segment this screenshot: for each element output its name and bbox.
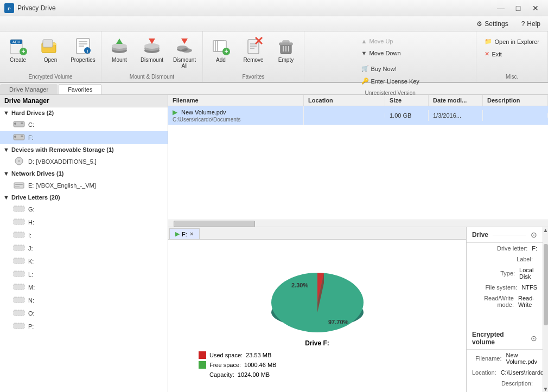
sidebar-item-e[interactable]: E: [VBOX_English_-_VM] — [0, 179, 168, 192]
sidebar-item-p[interactable]: P: — [0, 320, 168, 333]
enc-vol-section-title: Encrypted volume — [472, 331, 522, 346]
top-menu-bar: ⚙ Settings ? Help — [0, 16, 548, 31]
settings-menu-item[interactable]: ⚙ Settings — [473, 19, 511, 29]
cart-icon: 🛒 — [361, 65, 369, 72]
remove-button[interactable]: Remove — [238, 34, 269, 70]
tab-drive-manager[interactable]: Drive Manager — [0, 84, 58, 94]
properties-button[interactable]: i Properties — [67, 34, 99, 70]
removable-arrow-icon: ▼ — [3, 146, 9, 153]
move-up-icon: ▲ — [361, 38, 367, 44]
sidebar-item-h[interactable]: H: — [0, 216, 168, 229]
drive-tab-close-icon[interactable]: ✕ — [189, 231, 194, 237]
empty-button[interactable]: Empty — [270, 34, 302, 70]
table-row[interactable]: ▶ New Volume.pdv C:\Users\ricardo\Docume… — [168, 106, 548, 125]
create-button[interactable]: ADV + Create — [2, 34, 34, 70]
move-down-button[interactable]: ▼ Move Down — [358, 48, 406, 59]
svg-rect-57 — [14, 232, 24, 237]
sidebar-section-removable[interactable]: ▼ Devices with Removable Storage (1) — [0, 144, 168, 155]
sidebar-item-i[interactable]: I: — [0, 229, 168, 242]
sidebar-item-o[interactable]: O: — [0, 307, 168, 320]
create-label: Create — [10, 57, 26, 63]
drive-letters-arrow-icon: ▼ — [3, 194, 9, 201]
sidebar-item-j-label: J: — [28, 245, 33, 252]
minimize-button[interactable]: — — [493, 3, 509, 14]
enter-license-button[interactable]: 🔑 Enter License Key — [358, 75, 423, 87]
enc-collapse-icon[interactable]: ⊙ — [531, 334, 537, 343]
mount-button[interactable]: Mount — [104, 34, 135, 70]
move-down-icon: ▼ — [361, 50, 367, 56]
sidebar-section-hard-drives[interactable]: ▼ Hard Drives (2) — [0, 107, 168, 118]
ribbon-group-favorites: + Add Remove — [203, 31, 304, 82]
enc-location-value: C:\Users\ricardo\Documents — [501, 369, 543, 376]
free-color-box — [199, 361, 206, 369]
sidebar-section-drive-letters[interactable]: ▼ Drive Letters (20) — [0, 192, 168, 203]
drive-tab-f[interactable]: ▶ F: ✕ — [169, 228, 200, 239]
exit-button[interactable]: ✕ Exit — [481, 48, 543, 60]
dismount-label: Dismount — [141, 57, 163, 63]
tab-favorites[interactable]: Favorites — [59, 84, 101, 94]
horizontal-scrollbar[interactable] — [168, 220, 548, 227]
scrollbar-up-arrow[interactable]: ▲ — [543, 227, 548, 233]
drive-label-label: Label: — [472, 256, 537, 262]
removable-label: Devices with Removable Storage (1) — [11, 146, 114, 153]
enc-location-row: Location: C:\Users\ricardo\Documents — [467, 367, 543, 378]
svg-point-49 — [14, 136, 16, 138]
sidebar-item-g[interactable]: G: — [0, 203, 168, 216]
drive-letter-row: Drive letter: F: — [467, 243, 543, 254]
sidebar-section-network[interactable]: ▼ Network Drives (1) — [0, 168, 168, 179]
sidebar-item-j[interactable]: J: — [0, 242, 168, 255]
network-icon-e — [13, 181, 25, 190]
drive-rw-row: Read/Write mode: Read-Write — [467, 293, 543, 310]
right-scrollbar[interactable]: ▲ ▼ — [543, 227, 548, 392]
bottom-panel: ▶ F: ✕ — [168, 227, 548, 392]
drive-icon-o — [13, 309, 25, 318]
help-menu-item[interactable]: ? Help — [518, 19, 544, 29]
hd-icon-c — [13, 120, 25, 130]
enc-filename-label: Filename: — [472, 355, 506, 362]
sidebar-item-l[interactable]: L: — [0, 268, 168, 281]
sidebar-item-n[interactable]: N: — [0, 294, 168, 307]
drive-icon-i — [13, 230, 25, 240]
add-button[interactable]: + Add — [205, 34, 237, 70]
sidebar-item-m[interactable]: M: — [0, 281, 168, 294]
cell-filename: ▶ New Volume.pdv C:\Users\ricardo\Docume… — [168, 106, 304, 125]
scrollbar-down-arrow[interactable]: ▼ — [543, 386, 548, 392]
properties-icon: i — [73, 36, 93, 56]
drive-collapse-icon[interactable]: ⊙ — [531, 230, 537, 239]
maximize-button[interactable]: □ — [510, 3, 526, 14]
free-space-label: Free space: — [209, 362, 241, 368]
sidebar-item-k[interactable]: K: — [0, 255, 168, 268]
dismount-all-button[interactable]: Dismount All — [169, 34, 200, 72]
svg-rect-61 — [14, 284, 24, 290]
sidebar-item-d-label: D: [VBOXADDITIONS_5.] — [28, 158, 97, 165]
buy-now-button[interactable]: 🛒 Buy Now! — [358, 63, 423, 74]
dismount-button[interactable]: Dismount — [136, 34, 168, 70]
open-in-explorer-label: Open in Explorer — [494, 38, 539, 45]
open-button[interactable]: Open — [35, 34, 66, 70]
cell-description — [483, 113, 548, 118]
hard-drives-arrow-icon: ▼ — [3, 110, 9, 116]
hd-icon-f — [13, 133, 25, 143]
drive-icon-j — [13, 243, 25, 253]
capacity-value: 1024.00 MB — [238, 371, 270, 378]
drive-tab-bar: ▶ F: ✕ — [168, 227, 466, 240]
open-in-explorer-button[interactable]: 📁 Open in Explorer — [481, 36, 543, 47]
sidebar-item-d[interactable]: D: [VBOXADDITIONS_5.] — [0, 155, 168, 168]
svg-rect-62 — [14, 297, 24, 303]
svg-rect-56 — [14, 219, 24, 224]
main-area: Drive Manager ▼ Hard Drives (2) C: F: ▼ … — [0, 95, 548, 392]
app-icon: P — [4, 3, 14, 13]
sidebar-item-n-label: N: — [28, 297, 34, 304]
close-button[interactable]: ✕ — [527, 3, 544, 14]
svg-point-25 — [181, 48, 192, 53]
sidebar-item-c-label: C: — [28, 121, 34, 128]
network-arrow-icon: ▼ — [3, 170, 9, 177]
drive-filesystem-row: File system: NTFS — [467, 282, 543, 293]
move-up-button[interactable]: ▲ Move Up — [358, 36, 406, 47]
scrollbar-thumb[interactable] — [174, 221, 255, 227]
sidebar-item-f[interactable]: F: — [0, 131, 168, 144]
capacity-label: Capacity: — [209, 371, 234, 378]
sidebar-item-c[interactable]: C: — [0, 118, 168, 131]
scrollbar-thumb-right[interactable] — [544, 244, 548, 325]
drive-tab-label: F: — [182, 231, 187, 237]
